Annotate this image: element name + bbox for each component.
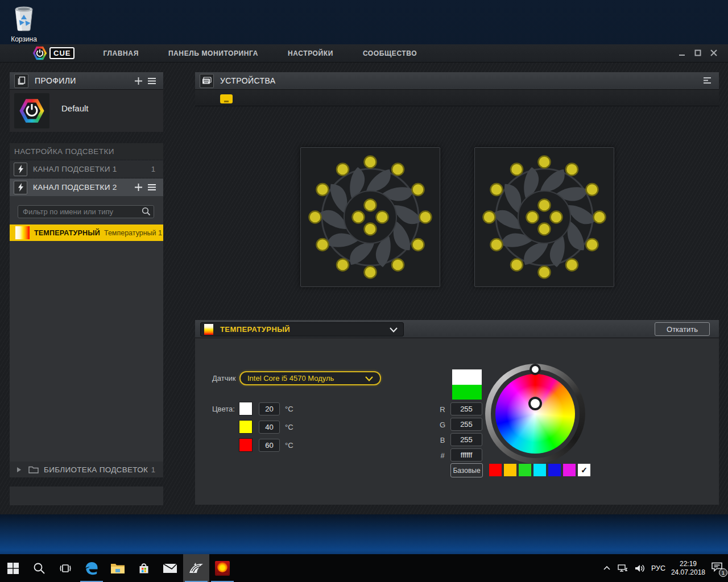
profiles-menu-icon[interactable] <box>147 77 156 85</box>
temp-value-input[interactable] <box>259 421 280 434</box>
taskbar-mail-icon[interactable] <box>157 554 183 582</box>
led <box>539 223 551 235</box>
led <box>365 199 377 211</box>
g-input[interactable] <box>450 418 482 431</box>
minimize-icon[interactable] <box>678 49 686 57</box>
led <box>337 259 349 271</box>
temp-value-input[interactable] <box>259 402 280 415</box>
color-preview-bottom <box>452 385 482 400</box>
add-effect-icon[interactable] <box>134 183 143 192</box>
fan-graphic <box>301 148 440 286</box>
taskbar-store-icon[interactable] <box>131 554 157 582</box>
temp-value-input[interactable] <box>259 439 280 452</box>
temp-color-row: °C <box>239 402 293 415</box>
language-indicator[interactable]: РУС <box>651 564 665 572</box>
device-tab-lighting-node[interactable] <box>220 94 233 103</box>
temp-color-swatch[interactable] <box>239 438 253 452</box>
search-input[interactable] <box>18 205 154 218</box>
effect-type-select[interactable]: ТЕМПЕРАТУРНЫЙ <box>200 322 404 336</box>
sidebar-footer-box <box>10 487 163 505</box>
add-profile-icon[interactable] <box>134 77 143 85</box>
search-icon[interactable] <box>142 207 151 216</box>
recycle-bin-label: Корзина <box>6 35 42 43</box>
g-label: G <box>439 421 446 429</box>
nav-item-monitoring[interactable]: ПАНЕЛЬ МОНИТОРИНГА <box>154 49 273 57</box>
basic-color-swatch[interactable] <box>489 464 502 476</box>
temp-color-swatch[interactable] <box>239 402 253 415</box>
color-wheel[interactable] <box>495 374 575 454</box>
expand-arrow-icon[interactable] <box>16 467 22 473</box>
recycle-bin-icon[interactable] <box>11 24 37 34</box>
color-preview-swatch <box>452 369 482 400</box>
led <box>586 184 598 196</box>
effect-settings-body: Датчик Intel Core i5 4570 Модуль Цвета: … <box>195 338 719 505</box>
network-icon[interactable] <box>617 563 628 573</box>
fan-device[interactable] <box>300 147 440 287</box>
taskbar-edge-icon[interactable] <box>78 554 105 582</box>
devices-header: УСТРОЙСТВА <box>195 72 719 90</box>
library-count: 1 <box>151 465 155 474</box>
channel-menu-icon[interactable] <box>147 184 156 191</box>
taskbar-search-icon[interactable] <box>26 554 52 582</box>
list-item-temperature-effect[interactable]: ТЕМПЕРАТУРНЫЙ Температурный 1 <box>10 225 163 241</box>
power-icon <box>36 49 44 57</box>
led <box>566 259 578 271</box>
hex-input[interactable] <box>450 448 482 462</box>
led <box>491 184 503 196</box>
clock-date: 24.07.2018 <box>671 568 705 577</box>
wheel-selector-knob[interactable] <box>528 397 542 410</box>
basic-color-swatch[interactable] <box>519 464 531 476</box>
taskbar-corsair-icon[interactable] <box>183 554 209 582</box>
recycle-bin[interactable]: Корзина <box>6 3 42 43</box>
action-center-icon[interactable]: 1 <box>711 562 723 575</box>
basic-color-swatch[interactable] <box>548 464 561 476</box>
sidebar-item-lighting-library[interactable]: БИБЛИОТЕКА ПОДСВЕТОК 1 <box>10 462 163 477</box>
device-canvas <box>195 106 719 320</box>
r-input[interactable] <box>450 402 482 415</box>
colors-label: Цвета: <box>212 405 235 413</box>
taskbar-flame-icon[interactable] <box>209 554 235 582</box>
hue-ring[interactable] <box>485 364 585 464</box>
cue-logo[interactable]: CUE <box>32 46 75 61</box>
taskbar-clock[interactable]: 22:19 24.07.2018 <box>671 560 705 577</box>
nav-item-home[interactable]: ГЛАВНАЯ <box>88 49 153 57</box>
b-input[interactable] <box>450 433 482 446</box>
led <box>539 199 551 211</box>
basic-color-swatch[interactable]: ✓ <box>578 464 590 476</box>
temp-color-swatch[interactable] <box>239 420 253 434</box>
profile-row-default[interactable]: Default <box>10 90 163 132</box>
nav-item-settings[interactable]: НАСТРОЙКИ <box>273 49 348 57</box>
basic-color-swatch[interactable] <box>533 464 546 476</box>
chevron-down-icon <box>365 376 373 381</box>
basic-color-swatch[interactable] <box>563 464 576 476</box>
sidebar-item-channel-1[interactable]: КАНАЛ ПОДСВЕТКИ 1 1 <box>10 160 163 178</box>
led <box>566 164 578 176</box>
led <box>317 239 329 251</box>
library-label: БИБЛИОТЕКА ПОДСВЕТОК <box>44 465 148 474</box>
chevron-down-icon <box>390 327 398 332</box>
led <box>483 211 495 223</box>
taskbar-start-icon[interactable] <box>0 554 26 582</box>
tray-chevron-up-icon[interactable] <box>602 564 611 573</box>
nav-item-community[interactable]: СООБЩЕСТВО <box>348 49 432 57</box>
led <box>377 211 388 223</box>
devices-menu-icon[interactable] <box>703 77 712 84</box>
hue-ring-knob[interactable] <box>530 364 541 375</box>
close-icon[interactable] <box>710 49 718 57</box>
fan-device[interactable] <box>474 147 614 287</box>
sensor-label: Датчик <box>212 374 235 383</box>
taskbar-taskview-icon[interactable] <box>52 554 78 582</box>
basic-colors-button[interactable]: Базовые <box>450 463 483 477</box>
maximize-icon[interactable] <box>694 49 702 57</box>
revert-button[interactable]: Откатить <box>655 322 710 336</box>
led <box>420 211 432 223</box>
taskbar-explorer-icon[interactable] <box>105 554 131 582</box>
basic-color-swatch[interactable] <box>504 464 516 476</box>
volume-icon[interactable] <box>634 563 646 573</box>
profile-name: Default <box>61 103 89 113</box>
temp-color-row: °C <box>239 420 293 434</box>
keyboard-icon <box>200 74 214 88</box>
sidebar-item-channel-2[interactable]: КАНАЛ ПОДСВЕТКИ 2 <box>10 178 163 196</box>
led <box>511 164 523 176</box>
sensor-select[interactable]: Intel Core i5 4570 Модуль <box>239 371 381 385</box>
